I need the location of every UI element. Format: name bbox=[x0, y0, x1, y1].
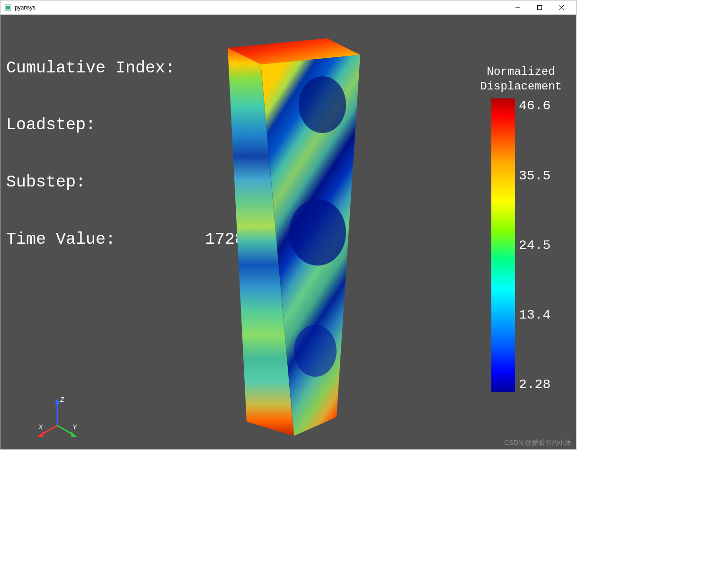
legend-tick: 24.5 bbox=[519, 238, 550, 253]
titlebar[interactable]: pyansys bbox=[0, 0, 576, 15]
axis-x-label: X bbox=[38, 423, 43, 431]
legend-tick: 13.4 bbox=[519, 308, 550, 322]
legend-tick: 2.28 bbox=[519, 377, 550, 392]
loadstep-label: Loadstep: bbox=[6, 115, 186, 134]
svg-point-10 bbox=[289, 199, 346, 266]
watermark: CSDN @爱看书的小沐 bbox=[504, 439, 571, 447]
close-button[interactable] bbox=[550, 0, 572, 15]
minimize-button[interactable] bbox=[507, 0, 529, 15]
legend-tick: 46.6 bbox=[519, 98, 550, 113]
app-title: pyansys bbox=[15, 4, 507, 11]
axis-y-label: Y bbox=[72, 423, 78, 431]
legend-tick: 35.5 bbox=[519, 169, 550, 183]
window-controls bbox=[507, 0, 572, 15]
svg-rect-3 bbox=[538, 5, 542, 9]
cumulative-index-label: Cumulative Index: bbox=[6, 59, 186, 78]
svg-point-9 bbox=[299, 76, 346, 133]
model-geometry bbox=[209, 29, 370, 443]
axis-triad[interactable]: Z X Y bbox=[34, 392, 81, 440]
legend-colorbar bbox=[491, 98, 515, 392]
color-legend: Normalized Displacement 46.6 35.5 24.5 1… bbox=[480, 64, 562, 392]
time-value-label: Time Value: bbox=[6, 230, 186, 249]
svg-marker-18 bbox=[71, 431, 77, 437]
substep-label: Substep: bbox=[6, 173, 186, 192]
render-viewport[interactable]: Cumulative Index: 4 Loadstep: 1 Substep:… bbox=[0, 15, 576, 449]
application-window: pyansys Cumulative Index: 4 Loadstep: 1 bbox=[0, 0, 577, 450]
svg-rect-1 bbox=[6, 6, 10, 9]
legend-ticks: 46.6 35.5 24.5 13.4 2.28 bbox=[519, 98, 550, 392]
legend-title-line2: Displacement bbox=[480, 79, 562, 94]
legend-title-line1: Normalized bbox=[480, 64, 562, 79]
svg-marker-16 bbox=[37, 431, 44, 437]
legend-title: Normalized Displacement bbox=[480, 64, 562, 94]
svg-point-11 bbox=[294, 325, 337, 377]
app-icon bbox=[4, 4, 12, 11]
svg-marker-14 bbox=[55, 398, 60, 404]
maximize-button[interactable] bbox=[529, 0, 550, 15]
axis-z-label: Z bbox=[60, 396, 64, 403]
